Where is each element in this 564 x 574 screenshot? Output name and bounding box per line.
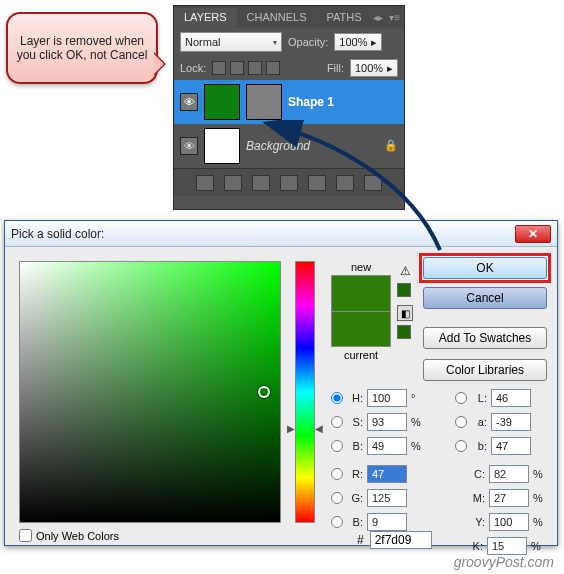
new-layer-icon[interactable] <box>336 175 354 191</box>
dialog-titlebar[interactable]: Pick a solid color: ✕ <box>5 221 557 247</box>
label-h: H: <box>345 392 363 404</box>
input-r[interactable]: 47 <box>367 465 407 483</box>
label-m: M: <box>467 492 485 504</box>
websafe-warning-icon[interactable]: ◧ <box>397 305 413 321</box>
layers-options-row: Normal ▾ Opacity: 100% ▸ <box>174 28 404 56</box>
tab-layers[interactable]: LAYERS <box>174 8 237 27</box>
opacity-input[interactable]: 100% ▸ <box>334 33 382 51</box>
unit-h: ° <box>411 392 427 404</box>
input-m[interactable]: 27 <box>489 489 529 507</box>
radio-h[interactable] <box>331 392 343 404</box>
color-preview: new current <box>331 261 391 361</box>
lock-icons <box>212 61 280 75</box>
layer-thumbnail[interactable] <box>204 84 240 120</box>
lock-icon: 🔒 <box>384 139 398 153</box>
label-r: R: <box>345 468 363 480</box>
current-color-label: current <box>331 349 391 361</box>
radio-s[interactable] <box>331 416 343 428</box>
layer-mask-icon[interactable] <box>252 175 270 191</box>
visibility-icon[interactable]: 👁 <box>180 137 198 155</box>
lock-transparent-icon[interactable] <box>212 61 226 75</box>
input-b-lab[interactable]: 47 <box>491 437 531 455</box>
layer-row-shape1[interactable]: 👁 Shape 1 <box>174 80 404 124</box>
radio-r[interactable] <box>331 468 343 480</box>
only-web-colors-label: Only Web Colors <box>36 530 119 542</box>
new-color-swatch <box>331 275 391 311</box>
fill-input[interactable]: 100% ▸ <box>350 59 398 77</box>
radio-a[interactable] <box>455 416 467 428</box>
current-color-swatch[interactable] <box>331 311 391 347</box>
lock-label: Lock: <box>180 62 206 74</box>
input-k[interactable]: 15 <box>487 537 527 555</box>
label-l: L: <box>469 392 487 404</box>
fill-label: Fill: <box>327 62 344 74</box>
input-l[interactable]: 46 <box>491 389 531 407</box>
cancel-button[interactable]: Cancel <box>423 287 547 309</box>
hue-slider[interactable] <box>295 261 315 523</box>
gamut-warning-icon[interactable]: ⚠ <box>397 263 413 279</box>
input-bhsb[interactable]: 49 <box>367 437 407 455</box>
label-c: C: <box>467 468 485 480</box>
input-h[interactable]: 100 <box>367 389 407 407</box>
layer-thumbnail[interactable] <box>204 128 240 164</box>
input-s[interactable]: 93 <box>367 413 407 431</box>
tab-paths[interactable]: PATHS <box>317 8 372 27</box>
gamut-warning-swatch[interactable] <box>397 283 411 297</box>
label-g: G: <box>345 492 363 504</box>
input-c[interactable]: 82 <box>489 465 529 483</box>
unit-k: % <box>531 540 547 552</box>
color-libraries-button[interactable]: Color Libraries <box>423 359 547 381</box>
link-layers-icon[interactable] <box>196 175 214 191</box>
add-to-swatches-button[interactable]: Add To Swatches <box>423 327 547 349</box>
panel-collapse-icon[interactable]: ◂▸ <box>373 12 383 23</box>
blend-mode-select[interactable]: Normal ▾ <box>180 32 282 52</box>
close-button[interactable]: ✕ <box>515 225 551 243</box>
websafe-swatch[interactable] <box>397 325 411 339</box>
layer-fx-icon[interactable] <box>224 175 242 191</box>
unit-bhsb: % <box>411 440 427 452</box>
hex-input[interactable]: 2f7d09 <box>370 531 432 549</box>
visibility-icon[interactable]: 👁 <box>180 93 198 111</box>
label-bhsb: B: <box>345 440 363 452</box>
layer-name: Shape 1 <box>288 95 334 109</box>
label-bi: B: <box>345 516 363 528</box>
radio-bhsb[interactable] <box>331 440 343 452</box>
radio-l[interactable] <box>455 392 467 404</box>
input-y[interactable]: 100 <box>489 513 529 531</box>
chevron-icon: ▸ <box>371 36 377 49</box>
input-a[interactable]: -39 <box>491 413 531 431</box>
layers-panel-tabs: LAYERS CHANNELS PATHS ◂▸ ▾≡ <box>174 6 404 28</box>
only-web-colors-checkbox[interactable] <box>19 529 32 542</box>
adjustment-layer-icon[interactable] <box>280 175 298 191</box>
unit-m: % <box>533 492 549 504</box>
lock-image-icon[interactable] <box>230 61 244 75</box>
group-icon[interactable] <box>308 175 326 191</box>
hex-label: # <box>357 533 364 547</box>
layer-row-background[interactable]: 👁 Background 🔒 <box>174 124 404 168</box>
blend-mode-value: Normal <box>185 36 220 48</box>
dialog-title: Pick a solid color: <box>11 227 104 241</box>
tab-channels[interactable]: CHANNELS <box>237 8 317 27</box>
panel-menu-icon[interactable]: ▾≡ <box>389 12 400 23</box>
delete-layer-icon[interactable] <box>364 175 382 191</box>
radio-b-lab[interactable] <box>455 440 467 452</box>
lock-all-icon[interactable] <box>266 61 280 75</box>
input-bi[interactable]: 9 <box>367 513 407 531</box>
layer-mask-thumbnail[interactable] <box>246 84 282 120</box>
layers-panel-footer <box>174 168 404 196</box>
input-g[interactable]: 125 <box>367 489 407 507</box>
label-y: Y: <box>467 516 485 528</box>
color-picker-dialog: Pick a solid color: ✕ Only Web Colors ▶◀… <box>4 220 558 546</box>
chevron-icon: ▸ <box>387 62 393 75</box>
chevron-down-icon: ▾ <box>273 38 277 47</box>
color-field[interactable] <box>19 261 281 523</box>
layer-name: Background <box>246 139 310 153</box>
radio-g[interactable] <box>331 492 343 504</box>
only-web-colors-row: Only Web Colors <box>19 529 119 542</box>
layer-list: 👁 Shape 1 👁 Background 🔒 <box>174 80 404 168</box>
ok-button[interactable]: OK <box>423 257 547 279</box>
lock-position-icon[interactable] <box>248 61 262 75</box>
radio-bi[interactable] <box>331 516 343 528</box>
label-b-lab: b: <box>469 440 487 452</box>
label-s: S: <box>345 416 363 428</box>
